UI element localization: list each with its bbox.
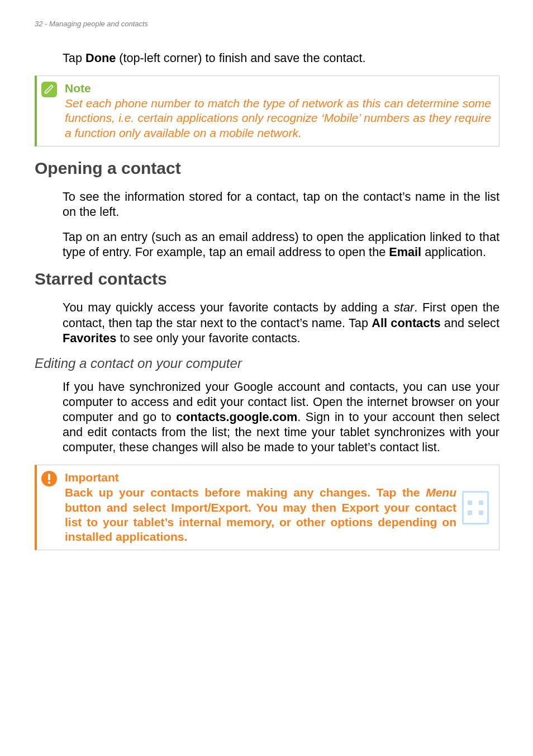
opening-p2: Tap on an entry (such as an email addres… [35,229,499,259]
intro-paragraph: Tap Done (top-left corner) to finish and… [35,50,499,65]
note-callout: Note Set each phone number to match the … [35,75,499,147]
document-page: 32 - Managing people and contacts Tap Do… [0,0,533,756]
important-body-b: button and select Import/Export. You may… [65,501,456,544]
editing-p1: If you have synchronized your Google acc… [35,379,499,455]
note-title: Note [65,82,491,95]
svg-rect-0 [48,474,50,480]
starred-star-word: star [394,300,414,314]
important-menu-word: Menu [426,486,456,499]
starred-all-contacts: All contacts [372,316,440,330]
page-header: 32 - Managing people and contacts [35,20,499,28]
contacts-url: contacts.google.com [176,410,297,424]
svg-point-1 [48,481,50,484]
important-content-row: Important Back up your contacts before m… [42,471,491,544]
starred-p1-a: You may quickly access your favorite con… [63,300,394,314]
pencil-icon [41,82,57,97]
menu-grid-dot [468,511,472,515]
note-body: Set each phone number to match the type … [65,96,491,140]
important-callout: Important Back up your contacts before m… [35,465,499,550]
menu-grid-dot [468,500,472,505]
starred-favorites: Favorites [63,331,116,345]
intro-bold: Done [85,51,116,65]
starred-p1-c: and select [441,316,499,330]
heading-editing-contact: Editing a contact on your computer [35,356,499,371]
starred-p1-d: to see only your favorite contacts. [116,331,300,345]
opening-p2-post: application. [421,245,486,259]
opening-p1: To see the information stored for a cont… [35,189,499,219]
important-title: Important [65,471,456,484]
menu-grid-icon [462,491,489,525]
starred-p1: You may quickly access your favorite con… [35,300,499,345]
important-body-a: Back up your contacts before making any … [65,486,426,499]
intro-post: (top-left corner) to finish and save the… [116,51,365,65]
menu-grid-dot [479,500,483,505]
important-body: Back up your contacts before making any … [65,485,456,544]
heading-starred-contacts: Starred contacts [35,270,499,289]
intro-pre: Tap [63,51,85,65]
heading-opening-contact: Opening a contact [35,159,499,178]
opening-p2-bold: Email [389,245,421,259]
important-text-column: Important Back up your contacts before m… [42,471,456,544]
menu-grid-dot [479,511,483,515]
